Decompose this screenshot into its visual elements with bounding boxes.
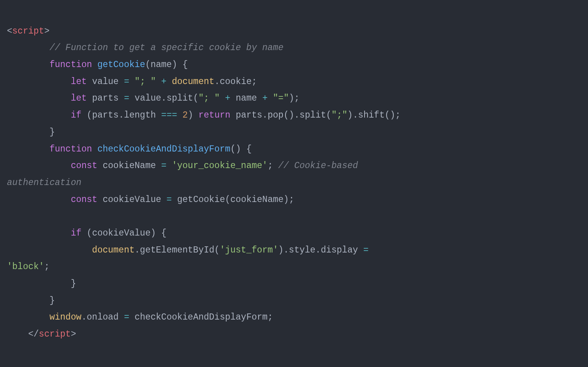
code-token-punc: > xyxy=(44,26,50,36)
code-token-plain xyxy=(172,195,177,205)
code-token-punc: . xyxy=(294,110,300,120)
code-token-punc: { xyxy=(246,144,252,154)
code-token-plain xyxy=(119,312,124,322)
code-token-punc: ; xyxy=(395,110,401,120)
code-line: // Function to get a specific cookie by … xyxy=(7,43,284,53)
code-token-plain xyxy=(267,93,273,103)
code-token-plain xyxy=(129,77,135,87)
code-token-plain: name xyxy=(236,93,257,103)
code-token-punc: ; xyxy=(252,77,257,87)
code-token-punc: { xyxy=(183,60,188,70)
code-token-punc: . xyxy=(119,110,124,120)
code-token-op: = xyxy=(166,195,172,205)
code-token-plain xyxy=(92,60,97,70)
code-token-punc: { xyxy=(161,228,166,238)
code-token-keyword: return xyxy=(198,110,230,120)
code-token-string: ";" xyxy=(331,110,347,120)
code-token-plain: parts xyxy=(236,110,262,120)
code-token-plain xyxy=(230,93,236,103)
code-token-plain xyxy=(87,93,92,103)
code-token-punc: ; xyxy=(294,93,300,103)
code-token-punc: ) xyxy=(172,60,177,70)
code-token-plain xyxy=(193,110,198,120)
code-token-keyword: let xyxy=(71,77,87,87)
code-token-punc: ; xyxy=(44,262,50,272)
code-token-plain: cookieValue xyxy=(92,228,151,238)
code-token-plain xyxy=(97,195,103,205)
code-token-punc: . xyxy=(353,110,358,120)
code-token-plain: cookieName xyxy=(102,161,156,171)
code-line: function checkCookieAndDisplayForm() { xyxy=(7,144,252,154)
code-token-punc: ) xyxy=(348,110,353,120)
code-token-punc: ( xyxy=(225,195,230,205)
code-token-op: = xyxy=(124,312,129,322)
code-token-keyword: if xyxy=(71,110,82,120)
code-block: <script> // Function to get a specific c… xyxy=(7,23,581,343)
code-line: if (cookieValue) { xyxy=(7,228,166,238)
code-token-plain: parts xyxy=(92,93,119,103)
code-token-plain xyxy=(358,245,363,255)
code-token-plain xyxy=(81,228,87,238)
code-token-call: getElementById xyxy=(140,245,214,255)
code-token-var: document xyxy=(92,245,134,255)
code-token-fn: getCookie xyxy=(97,60,145,70)
code-token-op: = xyxy=(161,161,166,171)
code-token-plain xyxy=(220,93,225,103)
code-token-op: = xyxy=(124,93,129,103)
code-token-call: split xyxy=(299,110,326,120)
code-token-plain xyxy=(156,110,161,120)
code-token-punc: } xyxy=(49,296,55,306)
code-token-keyword: if xyxy=(71,228,82,238)
code-line: authentication xyxy=(7,178,81,188)
code-token-plain: value xyxy=(134,93,161,103)
code-token-string: "=" xyxy=(273,93,289,103)
code-token-plain: display xyxy=(321,245,358,255)
code-line: function getCookie(name) { xyxy=(7,60,188,70)
code-token-call: getCookie xyxy=(177,195,225,205)
code-token-punc: ) xyxy=(289,93,294,103)
code-token-punc: ) xyxy=(284,195,289,205)
code-token-comment: // Cookie-based xyxy=(278,161,358,171)
code-token-punc: . xyxy=(214,77,220,87)
code-token-string: 'your_cookie_name' xyxy=(172,161,267,171)
code-token-punc: > xyxy=(71,329,76,339)
code-token-punc: () xyxy=(230,144,241,154)
code-token-op: = xyxy=(363,245,369,255)
code-token-plain xyxy=(119,93,124,103)
code-token-call: split xyxy=(166,93,193,103)
code-token-plain: cookieValue xyxy=(102,195,161,205)
code-token-plain: cookie xyxy=(220,77,252,87)
code-token-punc: ( xyxy=(193,93,198,103)
code-token-punc: } xyxy=(49,127,55,137)
code-line: } xyxy=(7,296,55,306)
code-token-punc: ) xyxy=(151,228,156,238)
code-token-plain xyxy=(156,228,161,238)
code-token-keyword: function xyxy=(49,60,92,70)
code-token-plain xyxy=(273,161,278,171)
code-token-plain: style xyxy=(289,245,316,255)
code-token-plain xyxy=(230,110,236,120)
code-token-tag: script xyxy=(39,329,71,339)
code-token-punc: . xyxy=(262,110,268,120)
code-token-comment: // Function to get a specific cookie by … xyxy=(49,43,283,53)
code-token-op: = xyxy=(124,77,129,87)
code-token-string: 'just_form' xyxy=(220,245,278,255)
code-line: } xyxy=(7,279,76,289)
code-token-op: + xyxy=(225,93,230,103)
code-line: if (parts.length === 2) return parts.pop… xyxy=(7,110,401,120)
code-token-plain xyxy=(129,312,135,322)
code-token-punc: ) xyxy=(278,245,284,255)
code-token-comment: authentication xyxy=(7,178,81,188)
code-token-plain: cookieName xyxy=(230,195,284,205)
code-token-punc: . xyxy=(134,245,140,255)
code-token-call: shift xyxy=(358,110,385,120)
code-line: } xyxy=(7,127,55,137)
code-token-keyword: let xyxy=(71,93,87,103)
code-token-num: 2 xyxy=(183,110,188,120)
code-token-punc: . xyxy=(161,93,166,103)
code-token-punc: ( xyxy=(145,60,151,70)
code-token-plain xyxy=(177,60,183,70)
code-line: let value = "; " + document.cookie; xyxy=(7,77,257,87)
code-line: </script> xyxy=(7,329,76,339)
code-token-keyword: const xyxy=(71,161,97,171)
